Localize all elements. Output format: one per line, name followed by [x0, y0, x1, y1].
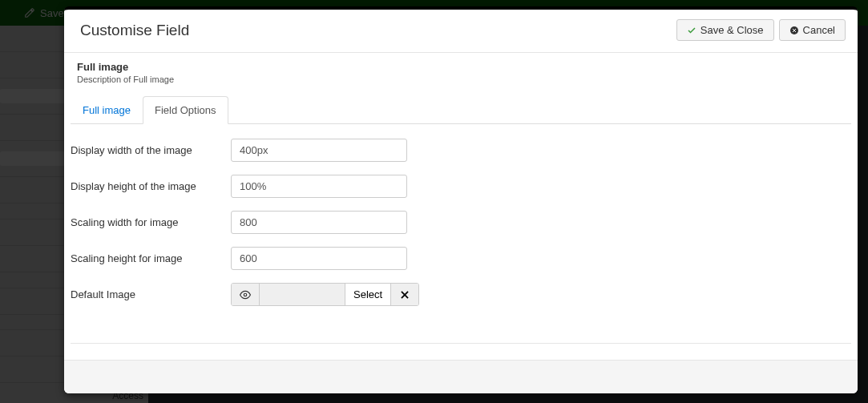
preview-image-button[interactable] [232, 284, 260, 305]
clear-image-button[interactable] [390, 284, 418, 305]
select-image-button[interactable]: Select [345, 284, 390, 305]
cancel-label: Cancel [803, 24, 835, 36]
cancel-button[interactable]: Cancel [779, 19, 846, 41]
label-display-height: Display height of the image [71, 180, 231, 192]
label-default-image: Default Image [71, 288, 231, 300]
field-options-form: Display width of the image Display heigh… [71, 124, 851, 344]
tab-full-image[interactable]: Full image [71, 96, 143, 124]
modal-body: Full image Description of Full image Ful… [64, 53, 858, 360]
input-scaling-width[interactable] [231, 211, 407, 234]
check-icon [687, 26, 696, 35]
save-close-label: Save & Close [700, 24, 764, 36]
input-display-height[interactable] [231, 175, 407, 198]
modal-header: Customise Field Save & Close Cancel [64, 10, 858, 53]
input-display-width[interactable] [231, 139, 407, 162]
row-scaling-height: Scaling height for image [71, 247, 851, 270]
modal-footer [64, 360, 858, 393]
label-scaling-height: Scaling height for image [71, 252, 231, 264]
tab-field-options[interactable]: Field Options [143, 96, 228, 124]
input-scaling-height[interactable] [231, 247, 407, 270]
label-display-width: Display width of the image [71, 144, 231, 156]
field-description: Description of Full image [77, 75, 851, 84]
row-scaling-width: Scaling width for image [71, 211, 851, 234]
row-default-image: Default Image Select [71, 283, 851, 306]
cancel-icon [789, 26, 799, 35]
tabs: Full image Field Options [71, 95, 851, 124]
label-scaling-width: Scaling width for image [71, 216, 231, 228]
default-image-group: Select [231, 283, 419, 306]
modal-title: Customise Field [80, 22, 672, 39]
customise-field-modal: Customise Field Save & Close Cancel Full… [64, 6, 858, 393]
row-display-width: Display width of the image [71, 139, 851, 162]
default-image-value [260, 284, 345, 305]
field-title: Full image [77, 61, 851, 73]
field-heading: Full image Description of Full image [71, 53, 851, 91]
save-close-button[interactable]: Save & Close [676, 19, 774, 41]
eye-icon [240, 289, 251, 300]
svg-point-3 [244, 293, 247, 296]
x-icon [399, 289, 410, 300]
row-display-height: Display height of the image [71, 175, 851, 198]
